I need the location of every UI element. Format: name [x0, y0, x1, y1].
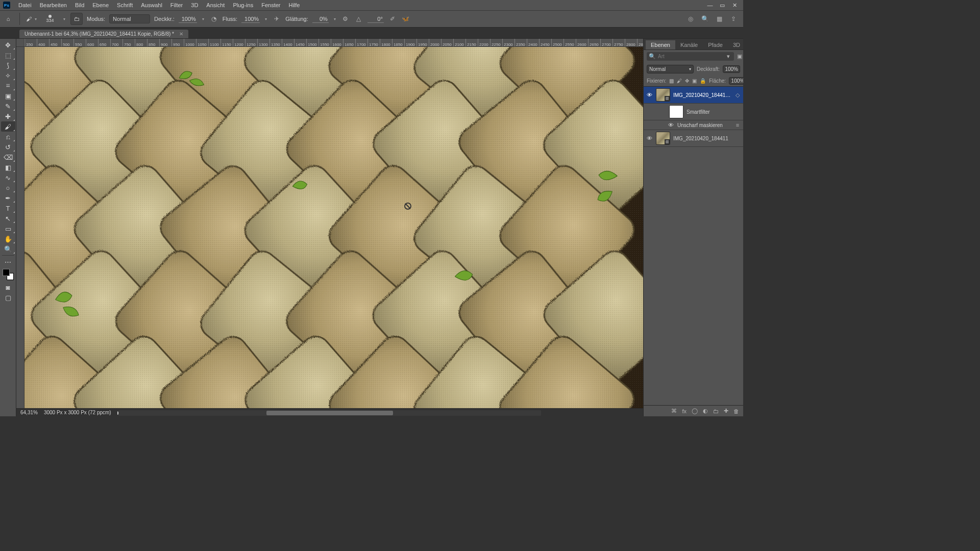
- document-info[interactable]: 3000 Px x 3000 Px (72 ppcm): [44, 410, 111, 415]
- frame-tool[interactable]: ▣: [1, 91, 15, 101]
- move-tool[interactable]: ✥: [1, 40, 15, 50]
- menu-plugins[interactable]: Plug-ins: [229, 1, 257, 9]
- angle-input[interactable]: [368, 15, 384, 23]
- tab-3d[interactable]: 3D: [728, 40, 743, 49]
- airbrush-icon[interactable]: ✈: [272, 15, 281, 22]
- menu-datei[interactable]: Datei: [14, 1, 36, 9]
- pressure-size-icon[interactable]: ✐: [388, 15, 397, 22]
- healing-brush-tool[interactable]: ✚: [1, 111, 15, 121]
- close-tab-icon[interactable]: ✕: [179, 31, 183, 37]
- visibility-icon[interactable]: 👁: [667, 122, 674, 128]
- minimize-button[interactable]: —: [706, 2, 714, 9]
- flow-input[interactable]: [241, 15, 260, 23]
- menu-ebene[interactable]: Ebene: [88, 1, 113, 9]
- search-icon[interactable]: 🔍: [700, 15, 709, 22]
- opacity-input[interactable]: [179, 15, 197, 23]
- layer-blend-mode[interactable]: Normal▾: [647, 65, 694, 73]
- menu-fenster[interactable]: Fenster: [257, 1, 284, 9]
- zoom-tool[interactable]: 🔍: [1, 244, 15, 254]
- brush-settings-button[interactable]: 🗀: [70, 13, 83, 25]
- marquee-tool[interactable]: ⬚: [1, 50, 15, 60]
- tab-kanaele[interactable]: Kanäle: [675, 40, 703, 49]
- type-tool[interactable]: T: [1, 203, 15, 213]
- tool-preset-picker[interactable]: 🖌▾: [26, 16, 38, 22]
- gradient-tool[interactable]: ◧: [1, 162, 15, 172]
- new-group-icon[interactable]: 🗀: [713, 408, 719, 414]
- visibility-icon[interactable]: 👁: [646, 92, 653, 98]
- layer-name[interactable]: IMG_20210420_184411 Kopie: [673, 92, 731, 98]
- home-icon[interactable]: ⌂: [3, 14, 13, 24]
- brush-preset-picker[interactable]: 334: [42, 12, 58, 26]
- layer-thumbnail[interactable]: ▥: [656, 132, 670, 145]
- pen-tool[interactable]: ✒: [1, 193, 15, 203]
- screen-mode-icon[interactable]: ▢: [1, 292, 15, 303]
- canvas[interactable]: [24, 47, 643, 408]
- lock-position-icon[interactable]: ✥: [685, 78, 689, 84]
- lock-pixels-icon[interactable]: 🖌: [677, 78, 682, 84]
- layer-name[interactable]: IMG_20210420_184411: [673, 136, 741, 141]
- chevron-down-icon[interactable]: ▾: [62, 17, 66, 21]
- filter-mask-thumbnail[interactable]: [669, 105, 683, 118]
- brush-tool[interactable]: 🖌: [1, 121, 15, 132]
- eraser-tool[interactable]: ⌫: [1, 152, 15, 162]
- magic-wand-tool[interactable]: ✧: [1, 70, 15, 81]
- menu-3d[interactable]: 3D: [187, 1, 202, 9]
- tab-ebenen[interactable]: Ebenen: [646, 40, 675, 49]
- smoothing-input[interactable]: [312, 15, 329, 23]
- new-layer-icon[interactable]: ✚: [724, 408, 728, 414]
- symmetry-icon[interactable]: 🦋: [401, 15, 410, 22]
- horizontal-ruler[interactable]: 3504004505005506006507007508008509009501…: [24, 39, 643, 47]
- layer-opacity-input[interactable]: [723, 65, 740, 73]
- horizontal-scrollbar[interactable]: [118, 410, 541, 416]
- select-subject-icon[interactable]: ◎: [686, 15, 695, 22]
- workspace-icon[interactable]: ▦: [715, 15, 724, 22]
- chevron-down-icon[interactable]: ▾: [201, 17, 205, 21]
- path-select-tool[interactable]: ↖: [1, 213, 15, 223]
- clone-stamp-tool[interactable]: ⎌: [1, 132, 15, 142]
- visibility-icon[interactable]: 👁: [646, 135, 653, 141]
- menu-filter[interactable]: Filter: [166, 1, 187, 9]
- edit-toolbar-icon[interactable]: ⋯: [1, 257, 15, 267]
- lock-transparency-icon[interactable]: ▩: [669, 78, 674, 84]
- lock-all-icon[interactable]: 🔒: [700, 78, 706, 84]
- menu-ansicht[interactable]: Ansicht: [202, 1, 229, 9]
- menu-schrift[interactable]: Schrift: [113, 1, 137, 9]
- dodge-tool[interactable]: ○: [1, 183, 15, 193]
- close-button[interactable]: ✕: [731, 2, 738, 9]
- maximize-button[interactable]: ▭: [719, 2, 726, 9]
- blend-mode-select[interactable]: Normal: [109, 14, 150, 23]
- smart-filter-item[interactable]: 👁 Unscharf maskieren ≡: [644, 120, 743, 130]
- add-mask-icon[interactable]: ◯: [692, 408, 698, 414]
- menu-bild[interactable]: Bild: [71, 1, 88, 9]
- pressure-opacity-icon[interactable]: ◔: [209, 15, 218, 22]
- hand-tool[interactable]: ✋: [1, 234, 15, 244]
- layer-row[interactable]: 👁 ▥ IMG_20210420_184411: [644, 130, 743, 147]
- chevron-down-icon[interactable]: ▾: [333, 17, 337, 21]
- foreground-background-colors[interactable]: [1, 267, 15, 282]
- zoom-level[interactable]: 64,31%: [20, 410, 38, 415]
- menu-auswahl[interactable]: Auswahl: [137, 1, 166, 9]
- share-icon[interactable]: ⇪: [729, 15, 738, 22]
- blur-tool[interactable]: ∿: [1, 172, 15, 183]
- filter-name[interactable]: Unscharf maskieren: [677, 122, 731, 128]
- menu-hilfe[interactable]: Hilfe: [284, 1, 304, 9]
- ruler-origin[interactable]: [16, 39, 24, 47]
- layer-thumbnail[interactable]: ▥: [656, 88, 670, 102]
- tab-pfade[interactable]: Pfade: [703, 40, 728, 49]
- document-tab[interactable]: Unbenannt-1 bei 64,3% (IMG_20210420_1844…: [19, 30, 188, 38]
- layer-row[interactable]: 👁 ▥ IMG_20210420_184411 Kopie ◇: [644, 87, 743, 104]
- link-layers-icon[interactable]: ⌘: [671, 408, 677, 414]
- layer-fx-icon[interactable]: fx: [682, 408, 687, 414]
- chevron-down-icon[interactable]: ▾: [725, 53, 732, 60]
- delete-layer-icon[interactable]: 🗑: [733, 408, 739, 414]
- gear-icon[interactable]: ⚙: [341, 15, 350, 22]
- lock-artboard-icon[interactable]: ▣: [692, 78, 697, 84]
- lasso-tool[interactable]: ⟆: [1, 60, 15, 70]
- shape-tool[interactable]: ▭: [1, 223, 15, 234]
- menu-bearbeiten[interactable]: Bearbeiten: [36, 1, 71, 9]
- filter-image-icon[interactable]: ▣: [737, 53, 742, 60]
- smart-filters-row[interactable]: Smartfilter: [644, 104, 743, 120]
- layer-filter-input[interactable]: [658, 54, 723, 59]
- vertical-ruler[interactable]: [16, 47, 24, 408]
- crop-tool[interactable]: ⌗: [1, 81, 15, 91]
